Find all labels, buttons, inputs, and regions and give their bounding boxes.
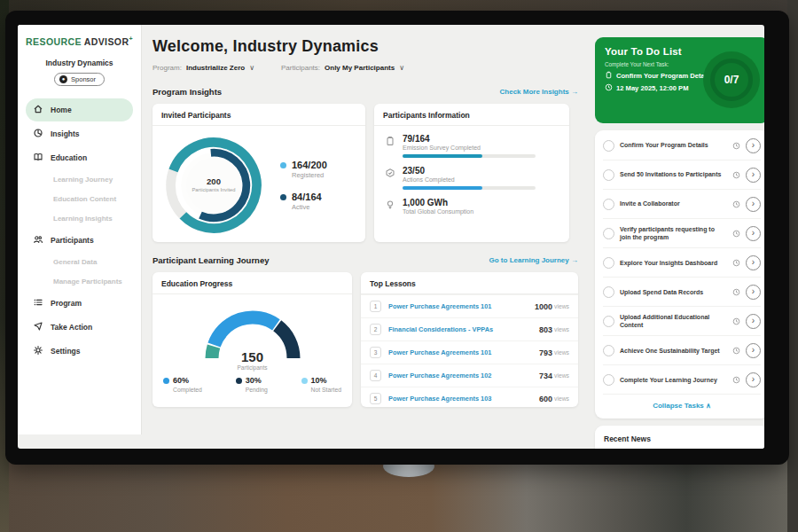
page-title: Welcome, Industry Dynamics (153, 37, 578, 56)
task-label[interactable]: Verify participants requesting to join t… (620, 225, 727, 241)
task-label[interactable]: Upload Additional Educational Content (620, 313, 727, 329)
lesson-views: 793 (539, 348, 552, 357)
task-label[interactable]: Confirm Your Program Details (620, 141, 727, 149)
go-to-learning-journey-link[interactable]: Go to Learning Journey → (489, 256, 578, 264)
gauge-legend: 60% Completed 30% Pending 10% Not Starte… (153, 371, 352, 393)
lesson-link[interactable]: Financial Considerations - VPPAs (388, 325, 539, 333)
todo-progress-value: 0/7 (710, 59, 753, 101)
task-checkbox[interactable] (603, 140, 614, 152)
task-label[interactable]: Explore Your Insights Dashboard (620, 259, 727, 267)
progress-track (403, 186, 536, 190)
lesson-views: 600 (539, 395, 552, 403)
sidebar-menu: Home Insights Education Learning Journey… (26, 98, 133, 363)
participants-filter-label: Participants: (281, 64, 320, 72)
sidebar-item-label: Learning Journey (53, 176, 113, 184)
task-checkbox[interactable] (603, 257, 614, 269)
actions-completed-stat: 23/50 Actions Completed (385, 166, 559, 190)
sidebar-item-insights[interactable]: Insights (26, 122, 133, 145)
task-open-button[interactable]: › (746, 138, 761, 153)
completed-label: Completed (173, 387, 202, 393)
sidebar-item-learning-journey[interactable]: Learning Journey (26, 170, 133, 189)
task-row: Confirm Your Program Details › (603, 131, 761, 160)
task-label[interactable]: Invite a Collaborator (620, 200, 727, 207)
sidebar-item-settings[interactable]: Settings (26, 340, 133, 363)
task-open-button[interactable]: › (746, 197, 761, 212)
lesson-row: 5 Power Purchase Agreements 103 600 view… (361, 387, 578, 410)
donut-legend: 164/200 Registered 84/164 Active (280, 160, 327, 211)
registered-label: Registered (292, 171, 327, 179)
task-open-button[interactable]: › (746, 285, 761, 300)
task-open-button[interactable]: › (746, 255, 761, 270)
check-more-insights-link[interactable]: Check More Insights → (500, 88, 578, 96)
active-label: Active (292, 203, 322, 211)
task-label[interactable]: Send 50 Invitations to Participants (620, 170, 727, 178)
task-row: Invite a Collaborator › (603, 190, 761, 219)
sidebar-item-learning-insights[interactable]: Learning Insights (26, 209, 133, 228)
registered-dot-icon (280, 162, 286, 168)
task-checkbox[interactable] (603, 286, 614, 298)
sponsor-badge-label: Sponsor (71, 75, 96, 83)
not-started-dot-icon (301, 378, 308, 384)
collapse-tasks-link[interactable]: Collapse Tasks ∧ (603, 395, 761, 418)
gauge-value-label: Participants (238, 364, 268, 371)
task-open-button[interactable]: › (746, 343, 761, 358)
todo-panel: Your To Do List Complete Your Next Task:… (589, 25, 764, 449)
sidebar-item-home[interactable]: Home (26, 98, 133, 121)
task-row: Upload Spend Data Records › (603, 278, 761, 307)
task-open-button[interactable]: › (746, 314, 761, 329)
program-filter[interactable]: Program: Industrialize Zero ∨ (153, 64, 254, 72)
emission-survey-stat: 79/164 Emission Survey Completed (385, 134, 559, 158)
task-checkbox[interactable] (603, 169, 614, 181)
task-row: Explore Your Insights Dashboard › (603, 248, 761, 278)
program-insights-header: Program Insights Check More Insights → (153, 87, 578, 97)
task-checkbox[interactable] (603, 374, 614, 386)
list-icon (33, 297, 43, 309)
sidebar-item-manage-participants[interactable]: Manage Participants (26, 272, 133, 291)
clock-icon (732, 313, 740, 329)
completed-dot-icon (163, 378, 169, 384)
task-checkbox[interactable] (603, 345, 614, 356)
clock-icon (732, 254, 740, 270)
legend-pending: 30% Pending (236, 376, 268, 393)
clock-icon (732, 196, 740, 212)
task-checkbox[interactable] (603, 199, 614, 210)
lesson-link[interactable]: Power Purchase Agreements 101 (388, 348, 539, 356)
sidebar-item-label: Take Action (51, 323, 92, 332)
book-icon (33, 152, 43, 164)
sidebar-item-label: General Data (53, 258, 97, 266)
lesson-link[interactable]: Power Purchase Agreements 102 (388, 372, 539, 379)
sidebar-item-participants[interactable]: Participants (26, 229, 133, 252)
lesson-link[interactable]: Power Purchase Agreements 101 (388, 302, 535, 310)
sidebar-item-education-content[interactable]: Education Content (26, 190, 133, 208)
invited-total: 200 (189, 176, 239, 186)
sidebar-item-label: Education (51, 153, 87, 162)
task-checkbox[interactable] (603, 316, 614, 327)
recent-news-card: Recent News (595, 426, 764, 449)
invited-total-label: Participants Invited (189, 187, 239, 194)
logo-advisor: ADVISOR (84, 36, 129, 47)
program-filter-value: Industrialize Zero (186, 64, 245, 72)
stat-value: 1,000 GWh (403, 198, 473, 207)
sidebar-item-general-data[interactable]: General Data (26, 253, 133, 271)
sidebar-item-label: Learning Insights (53, 215, 113, 223)
task-label[interactable]: Complete Your Learning Journey (620, 376, 727, 384)
task-open-button[interactable]: › (746, 168, 761, 183)
sidebar: RESOURCE ADVISOR+ Industry Dynamics ● Sp… (18, 25, 142, 434)
sidebar-item-take-action[interactable]: Take Action (26, 316, 133, 339)
task-checkbox[interactable] (603, 228, 614, 239)
lesson-views-unit: views (554, 326, 569, 332)
task-label[interactable]: Upload Spend Data Records (620, 288, 727, 296)
donut-center-label: 200 Participants Invited (189, 176, 239, 194)
participants-filter[interactable]: Participants: Only My Participants ∨ (281, 64, 404, 72)
task-open-button[interactable]: › (746, 372, 761, 387)
survey-icon (385, 134, 395, 158)
task-label[interactable]: Achieve One Sustainability Target (620, 347, 727, 355)
lesson-views: 734 (539, 372, 552, 380)
sidebar-item-education[interactable]: Education (26, 146, 133, 169)
sidebar-item-program[interactable]: Program (26, 292, 133, 315)
participants-filter-value: Only My Participants (325, 64, 395, 72)
task-open-button[interactable]: › (746, 226, 761, 241)
lesson-link[interactable]: Power Purchase Agreements 103 (388, 395, 539, 403)
clock-icon (732, 342, 740, 358)
card-title: Invited Participants (153, 104, 365, 126)
